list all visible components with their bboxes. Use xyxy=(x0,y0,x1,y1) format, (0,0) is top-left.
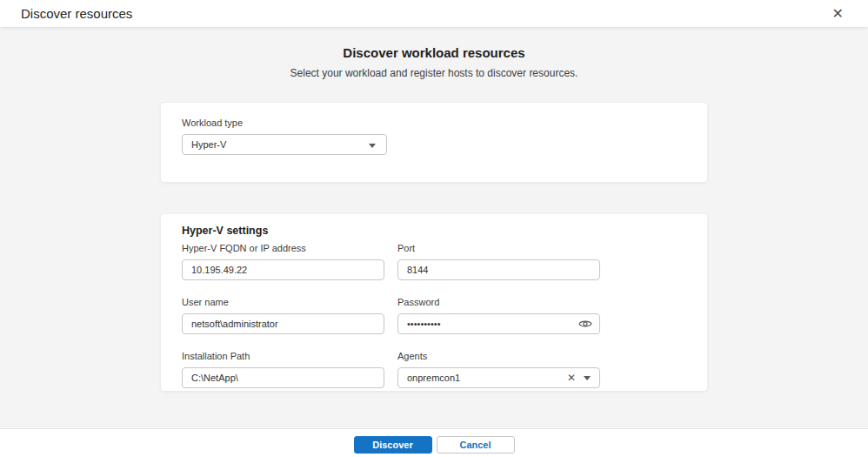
page-title: Discover workload resources xyxy=(0,45,868,60)
intro-section: Discover workload resources Select your … xyxy=(0,27,868,79)
eye-icon[interactable] xyxy=(578,313,593,334)
fqdn-field-group: Hyper-V FQDN or IP address xyxy=(182,243,384,280)
modal-footer: Discover Cancel xyxy=(0,428,868,457)
modal-header: Discover resources ✕ xyxy=(0,0,868,27)
port-label: Port xyxy=(397,243,600,253)
workload-type-selected-value: Hyper-V xyxy=(191,139,226,150)
cancel-button[interactable]: Cancel xyxy=(437,436,515,454)
form-row-fqdn-port: Hyper-V FQDN or IP address Port xyxy=(182,243,686,280)
workload-type-select[interactable]: Hyper-V xyxy=(182,134,387,155)
install-path-label: Installation Path xyxy=(182,351,384,361)
form-row-user-password: User name Password xyxy=(182,297,686,334)
modal-title: Discover resources xyxy=(21,6,132,21)
chevron-down-icon xyxy=(369,144,376,148)
workload-type-label: Workload type xyxy=(182,118,686,128)
modal-body: Discover workload resources Select your … xyxy=(0,27,868,428)
agents-field-group: Agents ✕ xyxy=(397,351,600,388)
username-label: User name xyxy=(182,297,384,307)
workload-type-card: Workload type Hyper-V xyxy=(161,103,707,182)
discover-button[interactable]: Discover xyxy=(354,436,432,454)
clear-icon[interactable]: ✕ xyxy=(565,367,578,388)
fqdn-label: Hyper-V FQDN or IP address xyxy=(182,243,384,253)
hyperv-settings-card: Hyper-V settings Hyper-V FQDN or IP addr… xyxy=(161,214,707,391)
settings-card-title: Hyper-V settings xyxy=(182,225,686,237)
form-row-path-agents: Installation Path Agents ✕ xyxy=(182,351,686,388)
agents-label: Agents xyxy=(397,351,600,361)
username-input[interactable] xyxy=(182,313,384,334)
password-input[interactable] xyxy=(397,313,600,334)
fqdn-input[interactable] xyxy=(182,259,384,280)
install-path-input[interactable] xyxy=(182,367,384,388)
password-field-group: Password xyxy=(397,297,600,334)
page-subtitle: Select your workload and register hosts … xyxy=(0,67,868,79)
password-label: Password xyxy=(397,297,600,307)
close-icon[interactable]: ✕ xyxy=(829,5,847,23)
install-path-field-group: Installation Path xyxy=(182,351,384,388)
port-field-group: Port xyxy=(397,243,600,280)
username-field-group: User name xyxy=(182,297,384,334)
chevron-down-icon[interactable] xyxy=(583,367,591,388)
port-input[interactable] xyxy=(397,259,600,280)
